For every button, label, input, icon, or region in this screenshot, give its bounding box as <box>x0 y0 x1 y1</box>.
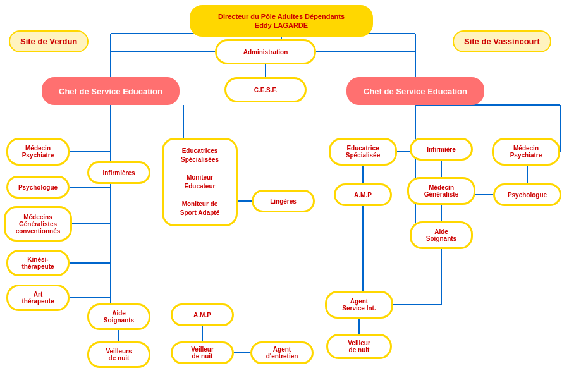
educatrice-right-node: Educatrice Spécialisée <box>329 138 397 166</box>
veilleur-right-label: Veilleur de nuit <box>348 340 370 353</box>
cesf-label: C.E.S.F. <box>254 87 278 94</box>
org-chart: Directeur du Pôle Adultes Dépendants Edd… <box>0 0 569 392</box>
agent-entretien-label: Agent d'entretien <box>266 346 298 360</box>
administration-node: Administration <box>215 39 316 64</box>
aide-soignants-left-label: Aide Soignants <box>104 310 134 324</box>
cesf-node: C.E.S.F. <box>224 77 307 102</box>
medecin-gen-right-label: Médecin Généraliste <box>424 184 458 198</box>
infirmiere-right-node: Infirmière <box>410 138 473 161</box>
medecin-psy-right-node: Médecin Psychiatre <box>492 138 560 166</box>
agent-entretien-node: Agent d'entretien <box>250 341 314 364</box>
amp-center-label: A.M.P <box>193 312 211 319</box>
art-left-label: Art thérapeute <box>21 291 54 305</box>
site-verdun-label: Site de Verdun <box>20 37 77 46</box>
veilleurs-left-node: Veilleurs de nuit <box>87 341 150 368</box>
lingeres-node: Lingères <box>252 190 315 212</box>
agent-service-node: Agent Service Int. <box>325 291 393 319</box>
infirmiere-right-label: Infirmière <box>427 146 456 153</box>
medecin-gen-right-node: Médecin Généraliste <box>407 177 475 205</box>
educatrices-node: Educatrices Spécialisées Moniteur Educat… <box>162 138 238 226</box>
chef-right-label: Chef de Service Education <box>364 87 467 96</box>
director-title: Directeur du Pôle Adultes Dépendants Edd… <box>218 12 345 30</box>
director-node: Directeur du Pôle Adultes Dépendants Edd… <box>190 5 373 37</box>
amp-right-label: A.M.P <box>354 192 372 199</box>
kinesi-left-label: Kinési- thérapeute <box>21 256 54 270</box>
psychologue-left-label: Psychologue <box>18 184 58 191</box>
medecin-psy-right-label: Médecin Psychiatre <box>510 145 542 159</box>
aide-soignants-left-node: Aide Soignants <box>87 303 150 330</box>
infirmieres-left-label: Infirmières <box>102 169 135 176</box>
medecins-gen-left-node: Médecins Généralistes conventionnés <box>4 206 72 242</box>
educatrices-label: Educatrices Spécialisées Moniteur Educat… <box>180 147 219 217</box>
aide-soignants-right-node: Aide Soignants <box>410 221 473 249</box>
medecins-gen-left-label: Médecins Généralistes conventionnés <box>16 214 61 235</box>
aide-soignants-right-label: Aide Soignants <box>426 228 456 242</box>
veilleur-center-node: Veilleur de nuit <box>171 341 234 364</box>
lingeres-label: Lingères <box>270 198 297 205</box>
amp-right-node: A.M.P <box>334 183 392 206</box>
psychologue-left-node: Psychologue <box>6 176 70 199</box>
medecin-psy-left-node: Médecin Psychiatre <box>6 138 70 166</box>
amp-center-node: A.M.P <box>171 303 234 326</box>
veilleurs-left-label: Veilleurs de nuit <box>106 348 132 362</box>
veilleur-center-label: Veilleur de nuit <box>191 346 214 360</box>
chef-left-node: Chef de Service Education <box>42 77 180 105</box>
chef-left-label: Chef de Service Education <box>59 87 162 96</box>
psychologue-right-node: Psychologue <box>493 183 561 206</box>
educatrice-right-label: Educatrice Spécialisée <box>346 145 380 159</box>
veilleur-right-node: Veilleur de nuit <box>326 334 392 359</box>
art-left-node: Art thérapeute <box>6 285 70 311</box>
administration-label: Administration <box>243 49 288 56</box>
site-vassincourt: Site de Vassincourt <box>453 30 551 52</box>
agent-service-label: Agent Service Int. <box>342 298 376 312</box>
infirmieres-left-node: Infirmières <box>87 161 150 184</box>
site-verdun: Site de Verdun <box>9 30 89 52</box>
psychologue-right-label: Psychologue <box>508 192 547 199</box>
chef-right-node: Chef de Service Education <box>346 77 484 105</box>
site-vassincourt-label: Site de Vassincourt <box>464 37 540 46</box>
kinesi-left-node: Kinési- thérapeute <box>6 250 70 276</box>
medecin-psy-left-label: Médecin Psychiatre <box>22 145 54 159</box>
